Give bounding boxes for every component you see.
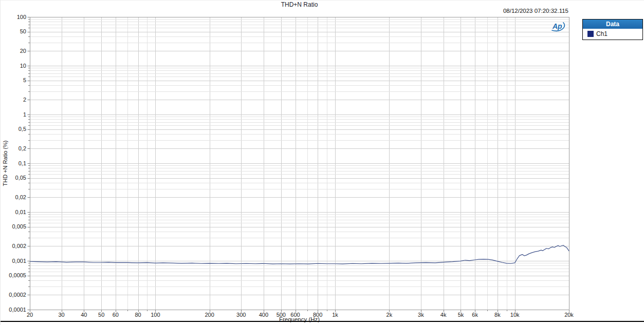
ap-logo-icon: Ap — [550, 21, 568, 33]
svg-text:10: 10 — [20, 63, 26, 69]
grid-lines — [30, 17, 569, 310]
svg-text:0,001: 0,001 — [12, 258, 26, 264]
svg-text:0,0001: 0,0001 — [9, 307, 26, 313]
svg-text:5: 5 — [23, 77, 26, 83]
svg-text:0,05: 0,05 — [15, 175, 26, 181]
svg-text:50: 50 — [20, 28, 26, 34]
svg-text:100: 100 — [17, 14, 26, 20]
svg-text:0,02: 0,02 — [15, 194, 26, 200]
series-swatch — [587, 31, 594, 37]
legend-body: Ch1 — [583, 29, 642, 40]
legend-header: Data — [583, 20, 642, 29]
svg-text:20: 20 — [20, 48, 26, 54]
svg-text:Ap: Ap — [552, 22, 562, 30]
svg-text:0,002: 0,002 — [12, 243, 26, 249]
y-axis-label: THD +N Ratio (%) — [2, 141, 8, 186]
svg-text:0,2: 0,2 — [19, 145, 26, 151]
legend-entry-ch1[interactable]: Ch1 — [583, 29, 642, 40]
svg-text:0,5: 0,5 — [19, 126, 26, 132]
bottom-divider — [1, 321, 644, 322]
svg-text:0,005: 0,005 — [12, 223, 26, 230]
series-label: Ch1 — [596, 30, 608, 37]
legend-panel[interactable]: Data Ch1 — [582, 19, 643, 40]
chart-canvas[interactable]: 2030405060801002003004005006008001k2k3k4… — [1, 1, 644, 325]
svg-text:0,1: 0,1 — [19, 160, 26, 166]
svg-text:0,01: 0,01 — [15, 209, 26, 215]
svg-text:0,0005: 0,0005 — [9, 272, 26, 278]
svg-text:2: 2 — [23, 97, 26, 103]
svg-text:0,0002: 0,0002 — [9, 292, 26, 298]
ap-measurement-panel: THD+N Ratio 08/12/2023 07:20:32.115 2030… — [0, 0, 644, 325]
svg-text:1: 1 — [23, 111, 26, 118]
axis-tick-marks — [28, 17, 569, 312]
